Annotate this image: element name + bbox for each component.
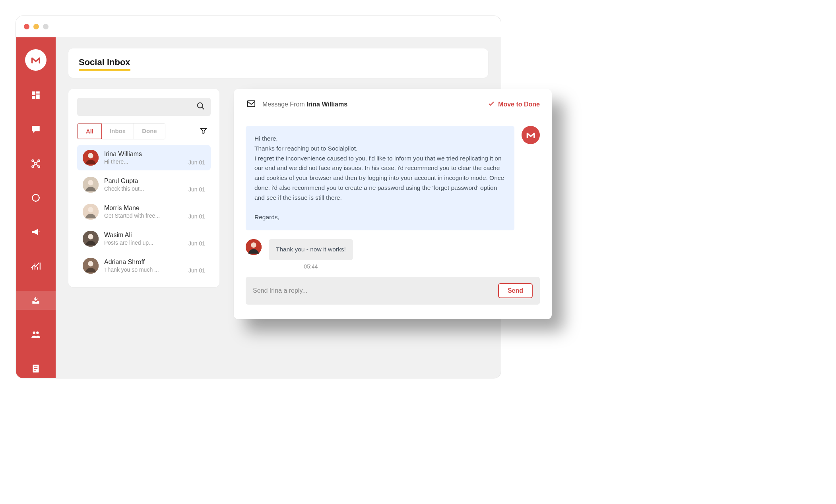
svg-point-4 (32, 160, 33, 161)
search-input[interactable] (77, 98, 211, 116)
conversation-name: Irina Williams (104, 151, 183, 158)
conversation-preview: Posts are lined up... (104, 239, 183, 246)
nav-chat-icon[interactable] (16, 120, 56, 139)
svg-point-24 (88, 180, 93, 185)
nav-document-icon[interactable] (16, 359, 56, 378)
svg-rect-3 (32, 96, 35, 99)
user-message-row: Thank you - now it works! 05:44 (246, 239, 540, 270)
svg-point-33 (251, 243, 256, 248)
svg-point-8 (35, 162, 37, 164)
nav-announce-icon[interactable] (16, 222, 56, 241)
conversation-item[interactable]: Wasim AliPosts are lined up...Jun 01 (77, 226, 211, 251)
message-time: 05:44 (304, 263, 318, 270)
sidebar (16, 37, 56, 378)
avatar (83, 177, 99, 193)
svg-point-22 (88, 153, 93, 158)
conversation-preview: Check this out... (104, 185, 183, 192)
page-header: Social Inbox (68, 48, 488, 78)
avatar (83, 150, 99, 166)
svg-point-26 (88, 207, 93, 212)
tab-all[interactable]: All (77, 123, 102, 139)
svg-point-7 (38, 166, 39, 167)
svg-point-30 (88, 261, 93, 266)
svg-rect-31 (248, 101, 255, 107)
svg-point-14 (33, 331, 35, 334)
check-icon (488, 100, 495, 109)
message-detail: Message From Irina Williams Move to Done… (234, 89, 552, 319)
nav-lifecycle-icon[interactable] (16, 188, 56, 207)
send-button[interactable]: Send (498, 283, 533, 298)
svg-rect-17 (34, 367, 38, 367)
conversation-name: Wasim Ali (104, 232, 183, 239)
move-to-done-button[interactable]: Move to Done (488, 100, 540, 109)
svg-rect-2 (36, 95, 40, 99)
inbox-panel: All Inbox Done Irina WilliamsHi there...… (68, 89, 219, 287)
agent-message-bubble: Hi there,Thanks for reaching out to Soci… (246, 126, 514, 230)
svg-rect-1 (36, 91, 40, 93)
search-icon (196, 102, 205, 112)
conversation-preview: Hi there... (104, 158, 183, 165)
svg-point-28 (88, 234, 93, 239)
conversation-item[interactable]: Adriana ShroffThank you so much ...Jun 0… (77, 253, 211, 278)
from-name: Irina Williams (306, 101, 347, 108)
avatar (83, 231, 99, 247)
svg-point-5 (38, 160, 39, 161)
conversation-name: Adriana Shroff (104, 259, 183, 266)
conversation-date: Jun 01 (188, 240, 205, 247)
svg-point-11 (35, 201, 36, 202)
conversation-preview: Thank you so much ... (104, 266, 183, 273)
nav-analytics-icon[interactable] (16, 257, 56, 276)
conversation-list: Irina WilliamsHi there...Jun 01Parul Gup… (77, 145, 211, 278)
svg-point-10 (35, 194, 36, 195)
reply-input[interactable] (253, 287, 493, 294)
avatar (83, 258, 99, 274)
inbox-tabs: All Inbox Done (77, 123, 165, 139)
svg-point-20 (198, 103, 203, 108)
main-content: Social Inbox All Inbox (56, 37, 501, 378)
conversation-item[interactable]: Morris ManeGet Started with free...Jun 0… (77, 199, 211, 224)
svg-rect-18 (34, 368, 38, 369)
mail-icon (246, 99, 257, 110)
nav-inbox-icon[interactable] (16, 291, 56, 310)
svg-point-12 (32, 197, 33, 198)
conversation-date: Jun 01 (188, 186, 205, 193)
conversation-name: Parul Gupta (104, 178, 183, 185)
nav-team-icon[interactable] (16, 325, 56, 344)
message-from: Message From Irina Williams (262, 101, 347, 108)
title-bar (16, 16, 501, 37)
filter-icon[interactable] (196, 124, 211, 139)
agent-message-row: Hi there,Thanks for reaching out to Soci… (246, 126, 540, 230)
conversation-name: Morris Mane (104, 205, 183, 212)
window-minimize[interactable] (33, 24, 39, 29)
conversation-date: Jun 01 (188, 267, 205, 274)
nav-dashboard-icon[interactable] (16, 86, 56, 105)
user-message-bubble: Thank you - now it works! (269, 239, 353, 260)
svg-point-13 (39, 197, 40, 198)
page-title: Social Inbox (79, 57, 130, 71)
app-window: Social Inbox All Inbox (16, 16, 501, 378)
conversation-preview: Get Started with free... (104, 212, 183, 219)
app-logo[interactable] (25, 49, 47, 71)
tab-inbox[interactable]: Inbox (102, 124, 134, 139)
conversation-item[interactable]: Irina WilliamsHi there...Jun 01 (77, 145, 211, 170)
window-controls (24, 24, 48, 29)
svg-rect-0 (32, 91, 35, 95)
svg-rect-19 (34, 370, 36, 371)
reply-box: Send (246, 277, 540, 305)
user-avatar (246, 239, 262, 255)
conversation-item[interactable]: Parul GuptaCheck this out...Jun 01 (77, 172, 211, 197)
conversation-date: Jun 01 (188, 213, 205, 220)
move-to-done-label: Move to Done (498, 101, 540, 108)
from-prefix: Message From (262, 101, 306, 108)
avatar (83, 204, 99, 220)
window-maximize[interactable] (43, 24, 48, 29)
window-close[interactable] (24, 24, 29, 29)
svg-point-15 (36, 331, 39, 334)
agent-avatar (522, 126, 540, 144)
conversation-date: Jun 01 (188, 159, 205, 166)
svg-point-6 (32, 166, 33, 167)
tab-done[interactable]: Done (134, 124, 165, 139)
svg-point-9 (32, 194, 39, 201)
nav-network-icon[interactable] (16, 154, 56, 173)
